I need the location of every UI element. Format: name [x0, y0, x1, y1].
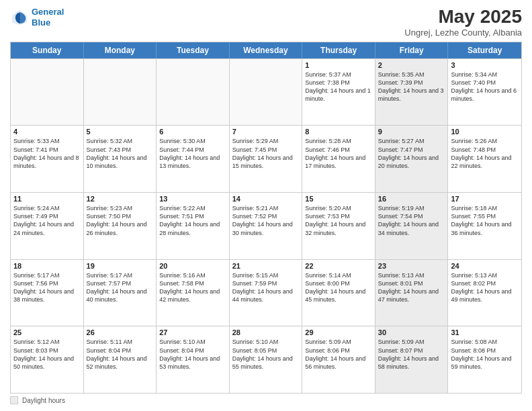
- day-info-1: Sunrise: 5:37 AM Sunset: 7:38 PM Dayligh…: [305, 71, 372, 103]
- location: Ungrej, Lezhe County, Albania: [404, 28, 522, 38]
- calendar: SundayMondayTuesdayWednesdayThursdayFrid…: [10, 42, 522, 394]
- day-number-28: 28: [232, 328, 300, 336]
- day-number-1: 1: [305, 61, 372, 69]
- day-info-28: Sunrise: 5:10 AM Sunset: 8:05 PM Dayligh…: [232, 338, 300, 371]
- footer: Daylight hours: [10, 396, 522, 404]
- day-cell-6: 6Sunrise: 5:30 AM Sunset: 7:44 PM Daylig…: [157, 126, 230, 192]
- day-number-29: 29: [305, 328, 372, 336]
- day-cell-24: 24Sunrise: 5:13 AM Sunset: 8:02 PM Dayli…: [448, 260, 521, 326]
- calendar-body: 1Sunrise: 5:37 AM Sunset: 7:38 PM Daylig…: [11, 58, 521, 393]
- day-cell-25: 25Sunrise: 5:12 AM Sunset: 8:03 PM Dayli…: [11, 326, 84, 393]
- day-number-15: 15: [305, 195, 372, 203]
- day-info-25: Sunrise: 5:12 AM Sunset: 8:03 PM Dayligh…: [13, 338, 81, 371]
- day-info-3: Sunrise: 5:34 AM Sunset: 7:40 PM Dayligh…: [451, 71, 519, 103]
- day-info-11: Sunrise: 5:24 AM Sunset: 7:49 PM Dayligh…: [13, 204, 81, 237]
- logo-text: General Blue: [32, 7, 64, 28]
- day-cell-14: 14Sunrise: 5:21 AM Sunset: 7:52 PM Dayli…: [230, 193, 303, 259]
- day-number-9: 9: [378, 128, 445, 136]
- day-cell-3: 3Sunrise: 5:34 AM Sunset: 7:40 PM Daylig…: [448, 59, 521, 126]
- month-year: May 2025: [404, 7, 522, 28]
- day-cell-9: 9Sunrise: 5:27 AM Sunset: 7:47 PM Daylig…: [375, 126, 449, 192]
- calendar-row-3: 11Sunrise: 5:24 AM Sunset: 7:49 PM Dayli…: [11, 192, 521, 259]
- day-cell-29: 29Sunrise: 5:09 AM Sunset: 8:06 PM Dayli…: [302, 326, 375, 393]
- day-info-13: Sunrise: 5:22 AM Sunset: 7:51 PM Dayligh…: [159, 204, 226, 237]
- day-cell-2: 2Sunrise: 5:35 AM Sunset: 7:39 PM Daylig…: [375, 59, 449, 126]
- empty-cell: [84, 59, 157, 126]
- logo: General Blue: [10, 7, 64, 28]
- day-number-8: 8: [305, 128, 372, 136]
- day-cell-28: 28Sunrise: 5:10 AM Sunset: 8:05 PM Dayli…: [230, 326, 303, 393]
- day-cell-19: 19Sunrise: 5:17 AM Sunset: 7:57 PM Dayli…: [84, 260, 157, 326]
- day-number-3: 3: [451, 61, 519, 69]
- day-number-5: 5: [87, 128, 154, 136]
- day-info-17: Sunrise: 5:18 AM Sunset: 7:55 PM Dayligh…: [451, 204, 519, 237]
- day-info-2: Sunrise: 5:35 AM Sunset: 7:39 PM Dayligh…: [378, 71, 445, 103]
- calendar-header: SundayMondayTuesdayWednesdayThursdayFrid…: [11, 42, 521, 58]
- day-info-10: Sunrise: 5:26 AM Sunset: 7:48 PM Dayligh…: [451, 137, 519, 170]
- header-day-sunday: Sunday: [11, 42, 84, 58]
- day-info-12: Sunrise: 5:23 AM Sunset: 7:50 PM Dayligh…: [87, 204, 154, 237]
- day-info-27: Sunrise: 5:10 AM Sunset: 8:04 PM Dayligh…: [159, 338, 226, 371]
- day-info-16: Sunrise: 5:19 AM Sunset: 7:54 PM Dayligh…: [378, 204, 445, 237]
- day-info-31: Sunrise: 5:08 AM Sunset: 8:08 PM Dayligh…: [451, 338, 519, 371]
- day-number-16: 16: [378, 195, 445, 203]
- day-cell-13: 13Sunrise: 5:22 AM Sunset: 7:51 PM Dayli…: [157, 193, 230, 259]
- day-cell-22: 22Sunrise: 5:14 AM Sunset: 8:00 PM Dayli…: [302, 260, 375, 326]
- day-info-14: Sunrise: 5:21 AM Sunset: 7:52 PM Dayligh…: [232, 204, 300, 237]
- calendar-row-2: 4Sunrise: 5:33 AM Sunset: 7:41 PM Daylig…: [11, 125, 521, 192]
- header: General Blue May 2025 Ungrej, Lezhe Coun…: [10, 7, 522, 38]
- day-number-31: 31: [451, 328, 519, 336]
- day-info-18: Sunrise: 5:17 AM Sunset: 7:56 PM Dayligh…: [13, 271, 81, 304]
- day-number-22: 22: [305, 262, 372, 270]
- day-info-22: Sunrise: 5:14 AM Sunset: 8:00 PM Dayligh…: [305, 271, 372, 304]
- logo-icon: [10, 8, 29, 27]
- day-info-8: Sunrise: 5:28 AM Sunset: 7:46 PM Dayligh…: [305, 137, 372, 170]
- day-info-4: Sunrise: 5:33 AM Sunset: 7:41 PM Dayligh…: [13, 137, 81, 170]
- header-day-saturday: Saturday: [448, 42, 521, 58]
- day-number-6: 6: [159, 128, 226, 136]
- day-info-7: Sunrise: 5:29 AM Sunset: 7:45 PM Dayligh…: [232, 137, 300, 170]
- day-number-14: 14: [232, 195, 300, 203]
- day-cell-4: 4Sunrise: 5:33 AM Sunset: 7:41 PM Daylig…: [11, 126, 84, 192]
- legend-label: Daylight hours: [22, 397, 65, 404]
- day-info-30: Sunrise: 5:09 AM Sunset: 8:07 PM Dayligh…: [378, 338, 445, 371]
- day-cell-30: 30Sunrise: 5:09 AM Sunset: 8:07 PM Dayli…: [375, 326, 449, 393]
- day-number-11: 11: [13, 195, 81, 203]
- day-number-26: 26: [87, 328, 154, 336]
- day-number-27: 27: [159, 328, 226, 336]
- calendar-row-4: 18Sunrise: 5:17 AM Sunset: 7:56 PM Dayli…: [11, 259, 521, 326]
- header-day-friday: Friday: [375, 42, 449, 58]
- logo-line2: Blue: [32, 17, 50, 28]
- day-number-13: 13: [159, 195, 226, 203]
- day-info-26: Sunrise: 5:11 AM Sunset: 8:04 PM Dayligh…: [87, 338, 154, 371]
- day-number-7: 7: [232, 128, 300, 136]
- day-cell-20: 20Sunrise: 5:16 AM Sunset: 7:58 PM Dayli…: [157, 260, 230, 326]
- empty-cell: [230, 59, 303, 126]
- day-number-23: 23: [378, 262, 445, 270]
- day-number-25: 25: [13, 328, 81, 336]
- legend: Daylight hours: [10, 396, 522, 404]
- day-info-19: Sunrise: 5:17 AM Sunset: 7:57 PM Dayligh…: [87, 271, 154, 304]
- day-info-24: Sunrise: 5:13 AM Sunset: 8:02 PM Dayligh…: [451, 271, 519, 304]
- page: General Blue May 2025 Ungrej, Lezhe Coun…: [0, 0, 532, 411]
- day-number-30: 30: [378, 328, 445, 336]
- day-info-21: Sunrise: 5:15 AM Sunset: 7:59 PM Dayligh…: [232, 271, 300, 304]
- day-number-24: 24: [451, 262, 519, 270]
- day-number-18: 18: [13, 262, 81, 270]
- day-number-17: 17: [451, 195, 519, 203]
- calendar-row-1: 1Sunrise: 5:37 AM Sunset: 7:38 PM Daylig…: [11, 58, 521, 126]
- day-cell-7: 7Sunrise: 5:29 AM Sunset: 7:45 PM Daylig…: [230, 126, 303, 192]
- day-number-20: 20: [159, 262, 226, 270]
- day-info-20: Sunrise: 5:16 AM Sunset: 7:58 PM Dayligh…: [159, 271, 226, 304]
- header-day-monday: Monday: [84, 42, 157, 58]
- day-cell-17: 17Sunrise: 5:18 AM Sunset: 7:55 PM Dayli…: [448, 193, 521, 259]
- day-number-10: 10: [451, 128, 519, 136]
- day-cell-15: 15Sunrise: 5:20 AM Sunset: 7:53 PM Dayli…: [302, 193, 375, 259]
- day-number-19: 19: [87, 262, 154, 270]
- header-day-thursday: Thursday: [302, 42, 375, 58]
- day-info-5: Sunrise: 5:32 AM Sunset: 7:43 PM Dayligh…: [87, 137, 154, 170]
- header-day-tuesday: Tuesday: [157, 42, 230, 58]
- day-cell-10: 10Sunrise: 5:26 AM Sunset: 7:48 PM Dayli…: [448, 126, 521, 192]
- day-number-4: 4: [13, 128, 81, 136]
- day-cell-27: 27Sunrise: 5:10 AM Sunset: 8:04 PM Dayli…: [157, 326, 230, 393]
